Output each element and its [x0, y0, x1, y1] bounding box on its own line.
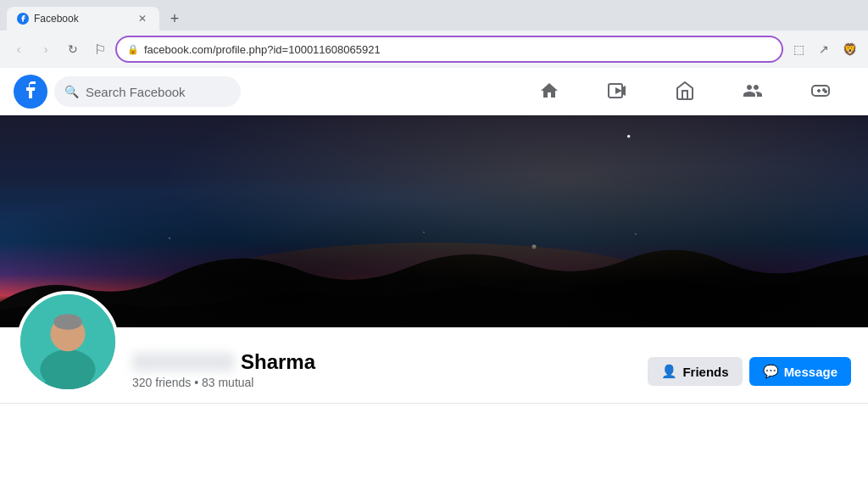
facebook-logo[interactable]	[14, 75, 47, 109]
cover-photo	[0, 115, 868, 327]
svg-marker-3	[615, 87, 622, 94]
nav-marketplace[interactable]	[651, 71, 719, 112]
message-button[interactable]: 💬 Message	[749, 357, 851, 386]
profile-avatar[interactable]	[17, 291, 119, 393]
svg-point-8	[825, 91, 826, 92]
facebook-header: 🔍 Search Facebook	[0, 68, 868, 115]
nav-gaming[interactable]	[787, 71, 854, 112]
search-icon: 🔍	[64, 85, 79, 98]
brave-shield-button[interactable]: 🦁	[837, 37, 861, 61]
friends-icon: 👤	[661, 364, 677, 379]
bookmark-button[interactable]: ⚐	[88, 37, 112, 61]
share-button[interactable]: ↗	[812, 37, 836, 61]
active-tab[interactable]: Facebook ✕	[7, 7, 159, 31]
screen-cast-button[interactable]: ⬚	[787, 37, 810, 61]
svg-point-17	[53, 314, 82, 330]
profile-avatar-wrap	[17, 291, 119, 393]
profile-name: Sharma	[132, 350, 648, 374]
profile-friends-count: 320 friends • 83 mutual	[132, 376, 648, 389]
svg-point-9	[532, 245, 537, 249]
nav-home[interactable]	[515, 71, 583, 112]
friends-button[interactable]: 👤 Friends	[648, 357, 742, 386]
tab-title-text: Facebook	[34, 13, 131, 25]
tab-close-button[interactable]: ✕	[136, 12, 149, 25]
search-bar[interactable]: 🔍 Search Facebook	[54, 76, 241, 107]
address-bar-row: ‹ › ↻ ⚐ 🔒 ⬚ ↗ 🦁	[0, 31, 868, 68]
svg-point-10	[169, 237, 170, 239]
svg-point-12	[423, 232, 425, 233]
profile-surname: Sharma	[241, 350, 315, 374]
svg-point-11	[635, 233, 637, 235]
address-bar[interactable]: 🔒	[115, 36, 783, 63]
facebook-nav	[515, 71, 854, 112]
url-input[interactable]	[144, 43, 771, 56]
forward-button[interactable]: ›	[34, 37, 58, 61]
hills-silhouette	[0, 226, 868, 327]
search-placeholder: Search Facebook	[86, 85, 186, 99]
friends-label: Friends	[682, 365, 728, 379]
nav-video[interactable]	[583, 71, 651, 112]
browser-chrome: Facebook ✕ + ‹ › ↻ ⚐ 🔒 ⬚ ↗ 🦁	[0, 0, 868, 68]
lock-icon: 🔒	[127, 44, 139, 55]
new-tab-button[interactable]: +	[163, 7, 186, 31]
svg-point-13	[180, 243, 688, 327]
profile-name-blurred	[132, 353, 234, 371]
messenger-icon: 💬	[763, 364, 779, 379]
browser-actions: ⬚ ↗ 🦁	[787, 37, 861, 61]
tab-bar: Facebook ✕ +	[0, 0, 868, 31]
profile-info-bar: Sharma 320 friends • 83 mutual 👤 Friends…	[0, 327, 868, 404]
profile-actions: 👤 Friends 💬 Message	[648, 357, 851, 393]
back-button[interactable]: ‹	[7, 37, 31, 61]
profile-area: Sharma 320 friends • 83 mutual 👤 Friends…	[0, 115, 868, 404]
nav-friends[interactable]	[719, 71, 787, 112]
tab-favicon	[17, 13, 29, 25]
reload-button[interactable]: ↻	[61, 37, 85, 61]
message-label: Message	[784, 365, 837, 379]
profile-details: Sharma 320 friends • 83 mutual	[132, 350, 648, 393]
